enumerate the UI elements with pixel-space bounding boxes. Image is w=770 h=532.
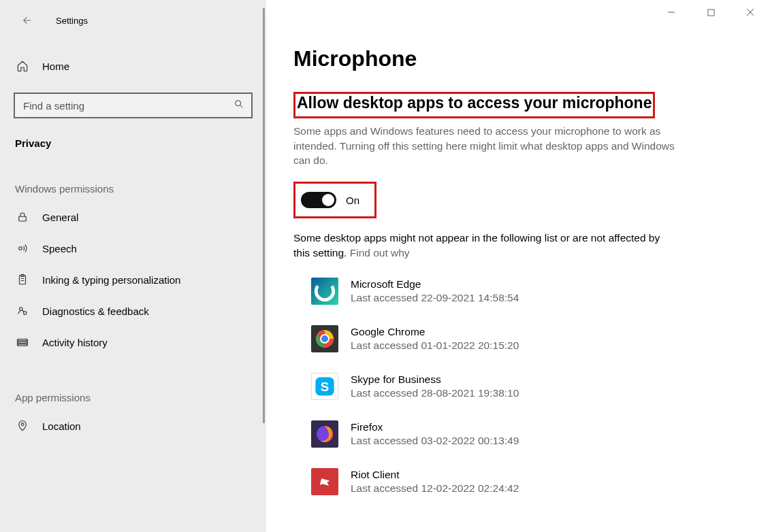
close-icon — [746, 8, 754, 16]
app-last-accessed: Last accessed 22-09-2021 14:58:54 — [351, 292, 519, 304]
sidebar-item-speech[interactable]: Speech — [0, 233, 266, 264]
svg-point-0 — [236, 101, 241, 106]
sidebar-item-label: Speech — [42, 243, 77, 254]
sidebar-item-label: Diagnostics & feedback — [42, 305, 149, 317]
search-box[interactable] — [14, 93, 253, 118]
svg-point-2 — [19, 247, 22, 250]
sidebar-item-activity-history[interactable]: Activity history — [0, 327, 266, 358]
nav-home[interactable]: Home — [0, 53, 266, 79]
toggle-state-label: On — [346, 195, 359, 206]
svg-text:S: S — [321, 380, 329, 394]
window-controls — [652, 0, 770, 24]
app-row-riot: Riot Client Last accessed 12-02-2022 02:… — [311, 468, 736, 495]
search-input[interactable] — [23, 100, 234, 112]
skype-icon: S — [311, 373, 338, 400]
minimize-button[interactable] — [652, 0, 691, 24]
app-last-accessed: Last accessed 12-02-2022 02:24:42 — [351, 482, 519, 495]
section-header-windows-permissions: Windows permissions — [15, 183, 253, 195]
app-name: Riot Client — [351, 469, 519, 481]
desktop-apps-list: Microsoft Edge Last accessed 22-09-2021 … — [293, 278, 736, 495]
edge-icon — [311, 278, 338, 305]
lock-icon — [15, 211, 30, 223]
app-name: Google Chrome — [351, 326, 519, 338]
sidebar-item-general[interactable]: General — [0, 201, 266, 233]
home-icon — [15, 60, 30, 72]
app-last-accessed: Last accessed 01-01-2022 20:15:20 — [351, 339, 519, 352]
nav-home-label: Home — [42, 61, 69, 72]
svg-rect-7 — [18, 339, 27, 341]
app-name: Firefox — [351, 421, 519, 433]
minimize-icon — [667, 8, 675, 16]
page-title: Microphone — [293, 46, 736, 71]
sidebar: Settings Home Privacy Windows permission… — [0, 0, 266, 532]
svg-rect-9 — [18, 344, 27, 346]
app-last-accessed: Last accessed 28-08-2021 19:38:10 — [351, 387, 519, 399]
section-header-app-permissions: App permissions — [15, 392, 253, 403]
sidebar-item-label: Inking & typing personalization — [42, 274, 180, 286]
app-row-skype: S Skype for Business Last accessed 28-08… — [311, 373, 736, 400]
svg-point-12 — [316, 283, 334, 301]
svg-point-10 — [21, 423, 24, 426]
desktop-mic-toggle[interactable] — [301, 192, 336, 208]
location-icon — [15, 420, 30, 432]
titlebar-left: Settings — [0, 7, 266, 34]
history-icon — [15, 336, 30, 348]
main-content: Microphone Allow desktop apps to access … — [266, 0, 770, 532]
sidebar-item-label: General — [42, 212, 78, 223]
app-row-firefox: Firefox Last accessed 03-02-2022 00:13:4… — [311, 420, 736, 448]
clipboard-icon — [15, 273, 30, 286]
scrollbar[interactable] — [263, 8, 265, 423]
chrome-icon — [311, 325, 338, 352]
app-name: Microsoft Edge — [351, 278, 519, 290]
svg-rect-11 — [707, 9, 713, 15]
apps-note-text: Some desktop apps might not appear in th… — [293, 232, 660, 259]
sidebar-item-label: Location — [42, 420, 81, 432]
toggle-knob — [322, 194, 334, 206]
maximize-icon — [707, 9, 715, 16]
close-button[interactable] — [731, 0, 770, 24]
app-last-accessed: Last accessed 03-02-2022 00:13:49 — [351, 435, 519, 447]
sidebar-item-location[interactable]: Location — [0, 410, 266, 442]
app-name: Skype for Business — [351, 373, 519, 386]
section-heading-highlight: Allow desktop apps to access your microp… — [293, 92, 655, 118]
window-title: Settings — [56, 16, 88, 26]
speech-icon — [15, 242, 30, 254]
search-icon — [234, 99, 244, 112]
svg-rect-8 — [18, 342, 27, 343]
diagnostics-icon — [15, 305, 30, 317]
find-out-why-link[interactable]: Find out why — [350, 247, 410, 259]
app-row-chrome: Google Chrome Last accessed 01-01-2022 2… — [311, 325, 736, 352]
riot-icon — [311, 468, 338, 495]
firefox-icon — [311, 420, 338, 448]
current-section-label: Privacy — [15, 137, 253, 149]
apps-note: Some desktop apps might not appear in th… — [293, 231, 661, 260]
section-heading: Allow desktop apps to access your microp… — [297, 94, 652, 112]
desktop-mic-toggle-highlight: On — [293, 182, 376, 218]
app-row-edge: Microsoft Edge Last accessed 22-09-2021 … — [311, 278, 736, 305]
sidebar-item-diagnostics[interactable]: Diagnostics & feedback — [0, 295, 266, 327]
svg-rect-1 — [19, 216, 27, 221]
sidebar-item-label: Activity history — [42, 337, 108, 348]
back-button[interactable] — [14, 7, 41, 34]
sidebar-item-inking[interactable]: Inking & typing personalization — [0, 264, 266, 295]
maximize-button[interactable] — [691, 0, 731, 24]
section-description: Some apps and Windows features need to a… — [293, 124, 675, 168]
back-arrow-icon — [21, 14, 33, 27]
